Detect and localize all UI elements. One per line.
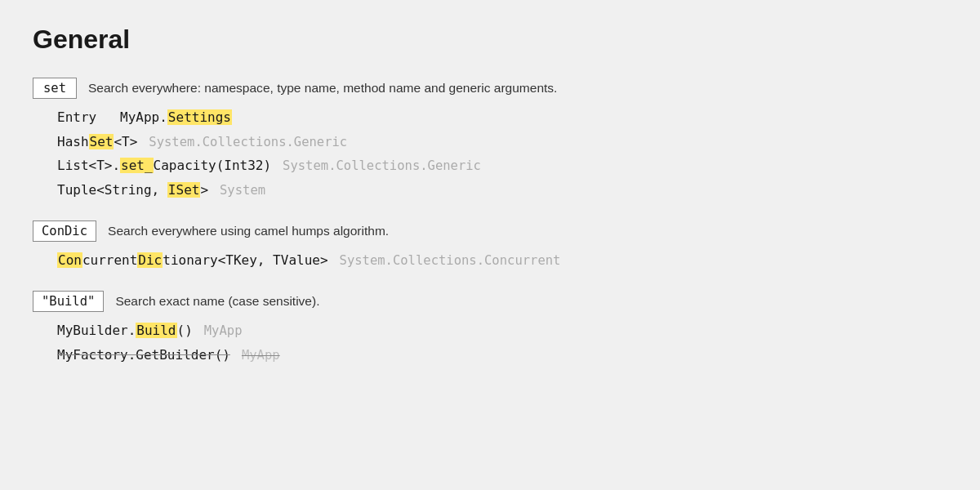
build-results: MyBuilder.Build() MyApp MyFactory.GetBui…	[33, 320, 947, 366]
page-title: General	[33, 24, 947, 55]
concurrent-row: ConcurrentDictionary<TKey, TValue> Syste…	[57, 250, 947, 271]
set-section-desc: Search everywhere: namespace, type name,…	[88, 81, 557, 96]
hashset-ns: System.Collections.Generic	[149, 132, 347, 153]
dic-highlight: Dic	[137, 252, 163, 268]
mybuilder-ns: MyApp	[204, 321, 243, 341]
concurrent-name: ConcurrentDictionary<TKey, TValue>	[57, 250, 328, 271]
build-section-desc: Search exact name (case sensitive).	[115, 294, 319, 309]
entry-highlight: Settings	[167, 109, 232, 125]
myfactory-ns: MyApp	[242, 345, 280, 366]
set-keyword-box: set	[33, 78, 77, 99]
list-name: List<T>.set_Capacity(Int32)	[57, 155, 271, 176]
mybuilder-name: MyBuilder.Build()	[57, 320, 193, 341]
myfactory-row: MyFactory.GetBuilder() MyApp	[57, 345, 947, 366]
concurrent-ns: System.Collections.Concurrent	[340, 251, 561, 271]
condic-keyword-box: ConDic	[33, 220, 96, 242]
condic-section-desc: Search everywhere using camel humps algo…	[108, 224, 389, 238]
condic-results: ConcurrentDictionary<TKey, TValue> Syste…	[33, 250, 947, 271]
myfactory-name: MyFactory.GetBuilder()	[57, 345, 230, 366]
set-section: set Search everywhere: namespace, type n…	[33, 78, 947, 201]
tuple-row: Tuple<String, ISet> System	[57, 180, 947, 201]
build-section: "Build" Search exact name (case sensitiv…	[33, 291, 947, 366]
tuple-ns: System	[220, 180, 265, 201]
set-section-header: set Search everywhere: namespace, type n…	[33, 78, 947, 99]
tuple-highlight: ISet	[167, 182, 201, 198]
condic-section-header: ConDic Search everywhere using camel hum…	[33, 220, 947, 242]
condic-section: ConDic Search everywhere using camel hum…	[33, 220, 947, 271]
build-section-header: "Build" Search exact name (case sensitiv…	[33, 291, 947, 312]
list-highlight: set_	[120, 158, 154, 173]
hashset-row: HashSet<T> System.Collections.Generic	[57, 131, 947, 153]
entry-row: Entry MyApp.Settings	[57, 107, 947, 128]
tuple-name: Tuple<String, ISet>	[57, 180, 208, 201]
hashset-name: HashSet<T>	[57, 131, 137, 153]
build-highlight: Build	[136, 323, 176, 338]
mybuilder-row: MyBuilder.Build() MyApp	[57, 320, 947, 341]
hashset-highlight: Set	[89, 134, 114, 149]
set-results: Entry MyApp.Settings HashSet<T> System.C…	[33, 107, 947, 201]
con-highlight: Con	[57, 252, 82, 268]
list-ns: System.Collections.Generic	[283, 156, 481, 176]
list-row: List<T>.set_Capacity(Int32) System.Colle…	[57, 155, 947, 176]
entry-name: Entry MyApp.Settings	[57, 107, 232, 128]
build-keyword-box: "Build"	[33, 291, 104, 312]
